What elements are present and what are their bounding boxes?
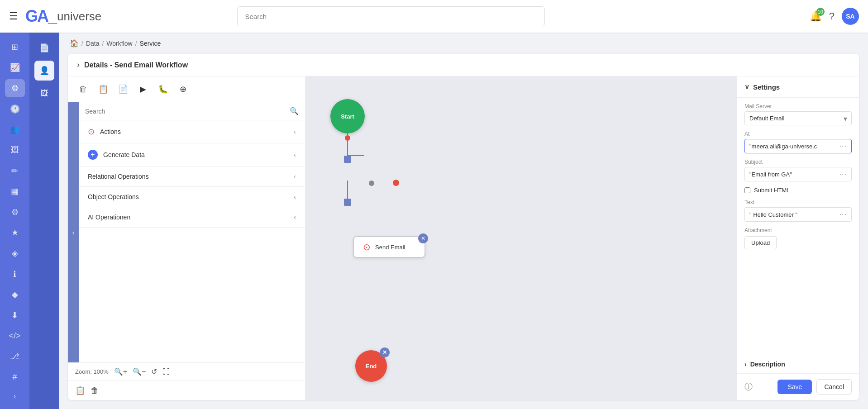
collapse-button[interactable]: ‹ bbox=[68, 102, 79, 362]
add-node-button[interactable]: ⊕ bbox=[175, 81, 191, 97]
category-actions[interactable]: ⊙ Actions ‹ bbox=[79, 120, 305, 143]
send-email-close[interactable]: ✕ bbox=[418, 233, 428, 243]
avatar[interactable]: SA bbox=[842, 8, 859, 25]
left-panel: 🗑 📋 📄 ▶ 🐛 ⊕ ‹ bbox=[68, 76, 305, 400]
sidebar-item-gear[interactable]: ⚙ bbox=[5, 203, 25, 221]
subject-more-icon[interactable]: ··· bbox=[839, 170, 847, 178]
delete-bottom-button[interactable]: 🗑 bbox=[91, 386, 99, 395]
attachment-label: Attachment bbox=[744, 227, 852, 233]
node-end[interactable]: End ✕ bbox=[355, 350, 387, 382]
at-label: At bbox=[744, 131, 852, 137]
settings-title: Settings bbox=[753, 83, 780, 91]
search-bar bbox=[237, 6, 545, 26]
sidebar-panel: ‹ 🔍 ⊙ Actions bbox=[68, 102, 305, 362]
breadcrumb-service[interactable]: Service bbox=[140, 40, 161, 47]
text-value[interactable]: " Hello Customer " bbox=[749, 211, 839, 218]
sidebar-item-code[interactable]: </> bbox=[5, 327, 25, 345]
node-send-email[interactable]: ⊙ Send Email ✕ bbox=[353, 236, 425, 258]
search-input[interactable] bbox=[237, 6, 545, 26]
at-value[interactable]: "meera.ali@ga-universe.c bbox=[749, 143, 839, 150]
actions-chevron: ‹ bbox=[294, 128, 296, 135]
zoom-reset-button[interactable]: ↺ bbox=[151, 367, 157, 376]
breadcrumb-data[interactable]: Data bbox=[86, 40, 100, 47]
send-email-bottom-dot bbox=[369, 181, 374, 186]
description-header[interactable]: › Description bbox=[737, 355, 859, 373]
category-ai-ops[interactable]: AI Operationen ‹ bbox=[79, 207, 305, 228]
text-field-row: " Hello Customer " ··· bbox=[744, 207, 852, 222]
category-generate-data[interactable]: + Generate Data ‹ bbox=[79, 143, 305, 166]
home-icon[interactable]: 🏠 bbox=[70, 39, 79, 48]
delete-button[interactable]: 🗑 bbox=[75, 81, 91, 97]
node-start[interactable]: Start bbox=[330, 99, 365, 133]
mail-server-label: Mail Server bbox=[744, 103, 852, 109]
sidebar-item-chart[interactable]: 📈 bbox=[5, 59, 25, 77]
mail-server-select[interactable]: Default Email bbox=[744, 111, 852, 125]
settings-footer: ⓘ Save Cancel bbox=[737, 373, 859, 400]
breadcrumb-sep-2: / bbox=[102, 40, 104, 47]
upload-button[interactable]: Upload bbox=[744, 236, 777, 249]
fullscreen-button[interactable]: ⛶ bbox=[162, 368, 170, 376]
logo-universe: universe bbox=[57, 10, 101, 24]
settings-body: Mail Server Default Email At "mee bbox=[737, 98, 859, 355]
copy-button[interactable]: 📋 bbox=[95, 81, 111, 97]
sidebar-item-pencil[interactable]: ✏ bbox=[5, 162, 25, 180]
breadcrumb-workflow[interactable]: Workflow bbox=[106, 40, 132, 47]
text-more-icon[interactable]: ··· bbox=[839, 210, 847, 219]
sidebar-item-dashboard[interactable]: ⊞ bbox=[5, 38, 25, 56]
logo: GA_ universe bbox=[25, 7, 101, 26]
sidebar2-item-doc[interactable]: 📄 bbox=[34, 38, 54, 58]
sidebar2-item-workflow[interactable]: 👤 bbox=[34, 61, 54, 81]
zoom-out-button[interactable]: 🔍− bbox=[133, 367, 146, 376]
canvas-area[interactable]: Start ⊙ Send Email ✕ bbox=[305, 76, 737, 400]
sidebar-item-star[interactable]: ★ bbox=[5, 224, 25, 242]
sidebar-item-clock[interactable]: 🕐 bbox=[5, 100, 25, 118]
sidebar-item-download[interactable]: ⬇ bbox=[5, 306, 25, 324]
category-ai-left: AI Operationen bbox=[88, 214, 130, 221]
object-label: Object Operations bbox=[88, 193, 139, 200]
category-object-ops[interactable]: Object Operations ‹ bbox=[79, 187, 305, 207]
ai-label: AI Operationen bbox=[88, 214, 130, 221]
copy-bottom-button[interactable]: 📋 bbox=[75, 385, 85, 395]
sidebar2-item-image[interactable]: 🖼 bbox=[34, 83, 54, 103]
start-connector-dot bbox=[345, 135, 350, 141]
sidebar-item-image[interactable]: 🖼 bbox=[5, 141, 25, 159]
sidebar-item-grid[interactable]: ▦ bbox=[5, 182, 25, 200]
paste-button[interactable]: 📄 bbox=[115, 81, 131, 97]
zoom-in-button[interactable]: 🔍+ bbox=[114, 367, 127, 376]
svg-point-5 bbox=[393, 180, 399, 186]
sidebar-expand-button[interactable]: › bbox=[5, 389, 25, 404]
info-icon[interactable]: ⓘ bbox=[744, 381, 753, 392]
play-button[interactable]: ▶ bbox=[135, 81, 151, 97]
at-more-icon[interactable]: ··· bbox=[839, 142, 847, 150]
sidebar-item-hash[interactable]: # bbox=[5, 368, 25, 386]
sidebar-item-info[interactable]: ℹ bbox=[5, 265, 25, 283]
send-email-label: Send Email bbox=[375, 244, 405, 251]
zoom-label: Zoom: 100% bbox=[75, 368, 109, 375]
workflow-toggle-icon[interactable]: › bbox=[77, 60, 80, 70]
search-icon[interactable]: 🔍 bbox=[290, 107, 299, 115]
sidebar-search-input[interactable] bbox=[85, 108, 286, 115]
sidebar-secondary: 📄 👤 🖼 bbox=[29, 33, 59, 409]
text-label: Text bbox=[744, 199, 852, 205]
submit-html-checkbox[interactable] bbox=[744, 187, 750, 193]
sidebar-primary: ⊞ 📈 ⚙ 🕐 👥 🖼 ✏ ▦ ⚙ ★ ◈ ℹ ◆ ⬇ </> ⎇ # › bbox=[0, 33, 29, 409]
sidebar-item-puzzle[interactable]: ◈ bbox=[5, 244, 25, 262]
menu-button[interactable]: ☰ bbox=[9, 10, 18, 22]
sidebar-item-hierarchy[interactable]: ⎇ bbox=[5, 347, 25, 366]
sidebar-item-workflow[interactable]: ⚙ bbox=[5, 79, 25, 97]
debug-button[interactable]: 🐛 bbox=[155, 81, 171, 97]
notification-bell[interactable]: 🔔 10 bbox=[810, 10, 822, 22]
end-close[interactable]: ✕ bbox=[380, 347, 390, 357]
help-icon[interactable]: ? bbox=[829, 10, 835, 22]
save-button[interactable]: Save bbox=[777, 380, 812, 394]
subject-value[interactable]: "Email from GA" bbox=[749, 171, 839, 178]
workflow-container: › Details - Send Email Workflow 🗑 📋 📄 ▶ … bbox=[68, 54, 859, 400]
sidebar-item-users[interactable]: 👥 bbox=[5, 121, 25, 139]
cancel-button[interactable]: Cancel bbox=[816, 379, 852, 395]
topbar-right: 🔔 10 ? SA bbox=[810, 8, 859, 25]
main-layout: ⊞ 📈 ⚙ 🕐 👥 🖼 ✏ ▦ ⚙ ★ ◈ ℹ ◆ ⬇ </> ⎇ # › 📄 … bbox=[0, 33, 868, 409]
category-relational-ops[interactable]: Relational Operations ‹ bbox=[79, 166, 305, 187]
settings-header[interactable]: ∨ Settings bbox=[737, 76, 859, 98]
send-email-icon: ⊙ bbox=[363, 242, 371, 252]
sidebar-item-diamond[interactable]: ◆ bbox=[5, 286, 25, 304]
